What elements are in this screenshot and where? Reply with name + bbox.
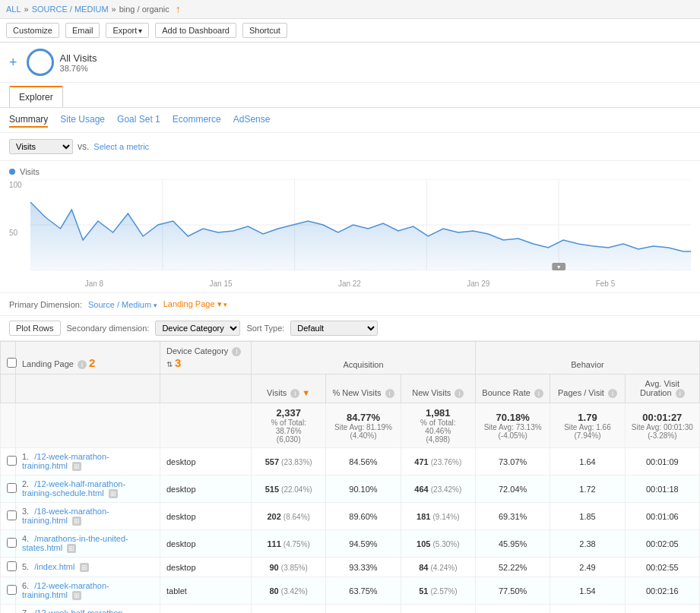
row-landing-page-link[interactable]: /18-week-marathon-training.html — [22, 507, 109, 525]
row-checkbox[interactable] — [7, 538, 17, 548]
visits-info-icon[interactable]: i — [290, 389, 299, 398]
row-landing-page-link[interactable]: /index.html — [34, 562, 74, 571]
row-checkbox[interactable] — [7, 561, 17, 571]
sub-tab-site-usage[interactable]: Site Usage — [60, 112, 105, 128]
row-checkbox-cell — [1, 577, 16, 605]
segment-add-button[interactable]: + — [9, 55, 17, 71]
row-avg-duration: 00:02:16 — [625, 577, 699, 605]
totals-bounce-diff: (-4.05%) — [482, 431, 543, 440]
row-pages-visit: 1.72 — [550, 476, 625, 503]
row-graph-icon[interactable]: ⊞ — [109, 489, 118, 498]
sub-tab-summary[interactable]: Summary — [9, 112, 48, 128]
totals-pct-new-avg: Site Avg: 81.19% — [332, 423, 394, 431]
col-device-sort-icon[interactable]: ⇅ — [166, 360, 173, 368]
col-landing-page-header[interactable]: Landing Page i 2 — [16, 342, 160, 374]
sub-tab-ecommerce[interactable]: Ecommerce — [173, 112, 221, 128]
row-num: 4. — [22, 534, 29, 543]
svg-text:▼: ▼ — [556, 264, 562, 270]
row-graph-icon[interactable]: ⊞ — [80, 563, 89, 572]
row-bounce-rate: 45.95% — [475, 530, 550, 558]
row-num: 1. — [22, 452, 29, 461]
plot-rows-button[interactable]: Plot Rows — [9, 321, 61, 336]
metric-dropdown[interactable]: Visits Sessions Pageviews — [9, 139, 73, 154]
duration-info-icon[interactable]: i — [676, 389, 685, 398]
chart-y-labels: 100 50 — [9, 179, 22, 278]
data-table: Landing Page i 2 Device Category i ⇅ 3 A… — [0, 341, 700, 613]
row-graph-icon[interactable]: ⊞ — [72, 517, 81, 526]
totals-new-total: (4,898) — [407, 435, 469, 444]
pct-new-info-icon[interactable]: i — [385, 389, 394, 398]
select-all-checkbox[interactable] — [7, 358, 17, 368]
behavior-label: Behavior — [571, 360, 603, 369]
col-new-visits-header[interactable]: New Visits i — [401, 374, 475, 403]
explorer-tab[interactable]: Explorer — [9, 86, 63, 107]
col-subheader-blank — [1, 374, 16, 403]
row-pct-new-visits: 94.59% — [326, 530, 401, 558]
row-landing-page-link[interactable]: /12-week-marathon-training.html — [22, 452, 109, 470]
row-graph-icon[interactable]: ⊞ — [72, 462, 81, 471]
totals-duration-diff: (-3.28%) — [632, 431, 693, 440]
shortcut-button[interactable]: Shortcut — [242, 23, 287, 38]
sub-tabs: Summary Site Usage Goal Set 1 Ecommerce … — [0, 108, 700, 133]
row-pages-visit: 2.38 — [550, 530, 625, 558]
totals-duration: 00:01:27 Site Avg: 00:01:30 (-3.28%) — [625, 403, 699, 448]
sub-tab-goal-set[interactable]: Goal Set 1 — [117, 112, 160, 128]
source-medium-link[interactable]: Source / Medium — [88, 300, 157, 309]
select-metric-link[interactable]: Select a metric — [93, 142, 149, 151]
col-device-category-header[interactable]: Device Category i ⇅ 3 — [160, 342, 252, 374]
row-checkbox[interactable] — [7, 585, 17, 595]
row-graph-icon[interactable]: ⊞ — [72, 591, 81, 600]
row-checkbox[interactable] — [7, 483, 17, 493]
col-pct-new-visits-header[interactable]: % New Visits i — [326, 374, 401, 403]
row-landing-page: 1. /12-week-marathon-training.html ⊞ — [16, 448, 160, 476]
email-button[interactable]: Email — [65, 23, 100, 38]
totals-pct-new-value: 84.77% — [332, 412, 394, 423]
col-visits-header[interactable]: Visits i ▼ — [252, 374, 326, 403]
device-cat-info-icon[interactable]: i — [232, 347, 241, 356]
x-label-jan15: Jan 15 — [210, 280, 233, 288]
breadcrumb-all[interactable]: ALL — [6, 5, 21, 14]
col-avg-duration-header[interactable]: Avg. Visit Duration i — [625, 374, 699, 403]
sort-type-select[interactable]: Default Weighted Absolute Change — [290, 321, 378, 336]
chart-legend-label: Visits — [20, 167, 40, 176]
row-visits: 90 (3.85%) — [252, 558, 326, 577]
bounce-info-icon[interactable]: i — [534, 389, 543, 398]
new-visits-info-icon[interactable]: i — [455, 389, 464, 398]
toolbar: Customize Email Export Add to Dashboard … — [0, 19, 700, 43]
customize-button[interactable]: Customize — [6, 23, 59, 38]
acquisition-label: Acquisition — [343, 360, 383, 369]
sub-tab-adsense[interactable]: AdSense — [233, 112, 271, 128]
add-to-dashboard-button[interactable]: Add to Dashboard — [155, 23, 236, 38]
row-avg-duration: 00:01:06 — [625, 503, 699, 530]
landing-page-link[interactable]: Landing Page ▾ — [163, 299, 227, 309]
col-pages-visit-header[interactable]: Pages / Visit i — [550, 374, 625, 403]
col-checkbox-header — [1, 342, 16, 374]
col-lp-subheader — [16, 374, 160, 403]
totals-bounce-avg: Site Avg: 73.13% — [482, 423, 543, 431]
col-acquisition-header: Acquisition — [252, 342, 476, 374]
row-checkbox[interactable] — [7, 456, 17, 466]
landing-page-info-icon[interactable]: i — [78, 360, 87, 369]
row-graph-icon[interactable]: ⊞ — [67, 544, 76, 553]
device-cat-col-label: Device Category — [166, 346, 228, 355]
col-bounce-rate-header[interactable]: Bounce Rate i — [475, 374, 550, 403]
secondary-dim-select[interactable]: Device Category Browser City — [155, 321, 240, 336]
row-landing-page: 4. /marathons-in-the-united-states.html … — [16, 530, 160, 558]
segment-bar: + All Visits 38.76% — [0, 43, 700, 83]
row-landing-page-link[interactable]: /12-week-half-marathon-training-schedule… — [22, 608, 125, 613]
export-button[interactable]: Export — [106, 23, 149, 38]
row-landing-page: 5. /index.html ⊞ — [16, 558, 160, 577]
svg-marker-7 — [30, 202, 691, 270]
pages-info-icon[interactable]: i — [608, 389, 617, 398]
y-label-50: 50 — [9, 229, 22, 237]
totals-pct-new: 84.77% Site Avg: 81.19% (4.40%) — [326, 403, 401, 448]
row-num: 7. — [22, 608, 29, 613]
breadcrumb-source[interactable]: SOURCE / MEDIUM — [32, 5, 109, 14]
row-checkbox[interactable] — [7, 510, 17, 520]
sort-type-label: Sort Type: — [246, 324, 284, 333]
row-new-visits: 47 (2.37%) — [401, 605, 475, 613]
row-landing-page-link[interactable]: /12-week-marathon-training.html — [22, 581, 109, 599]
row-avg-duration: 00:02:45 — [625, 605, 699, 613]
row-num: 2. — [22, 479, 29, 488]
row-device-category: desktop — [160, 476, 252, 503]
